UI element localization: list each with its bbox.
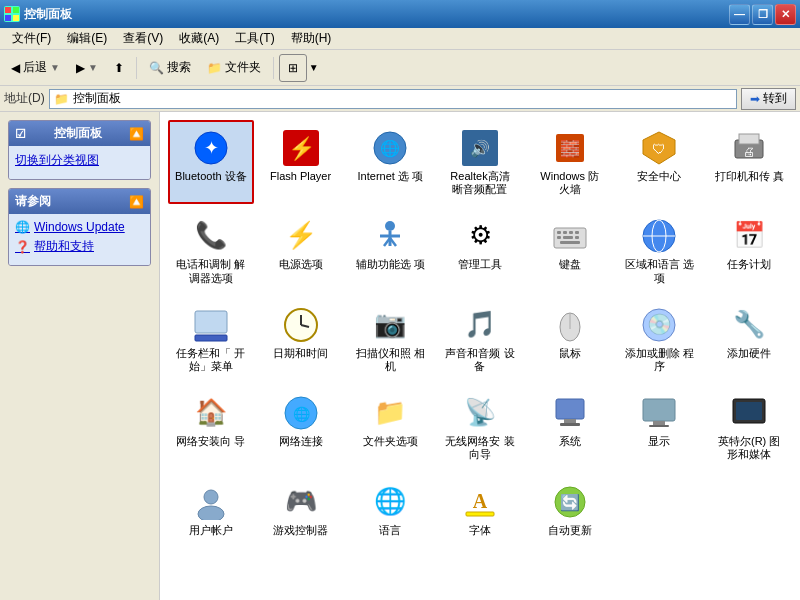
icon-item-keyboard[interactable]: 键盘: [527, 208, 613, 292]
icon-bluetooth: ✦: [191, 128, 231, 168]
search-button[interactable]: 🔍 搜索: [142, 54, 198, 82]
icon-label-folder_options: 文件夹选项: [363, 435, 418, 448]
svg-text:🏠: 🏠: [195, 396, 228, 428]
icon-item-taskbar[interactable]: 任务栏和「 开始」菜单: [168, 297, 254, 381]
svg-text:🎮: 🎮: [285, 485, 318, 517]
switch-view-link[interactable]: 切换到分类视图: [15, 152, 144, 169]
icon-item-flash[interactable]: ⚡Flash Player: [258, 120, 344, 204]
menu-bar: 文件(F) 编辑(E) 查看(V) 收藏(A) 工具(T) 帮助(H): [0, 28, 800, 50]
icon-item-bluetooth[interactable]: ✦Bluetooth 设备: [168, 120, 254, 204]
icon-item-language[interactable]: 🌐语言: [347, 474, 433, 545]
folders-button[interactable]: 📁 文件夹: [200, 54, 268, 82]
icon-fonts: A: [460, 482, 500, 522]
window-icon: [4, 6, 20, 22]
icon-item-realtek[interactable]: 🔊Realtek高清 晰音频配置: [437, 120, 523, 204]
icon-item-datetime[interactable]: 日期和时间: [258, 297, 344, 381]
menu-tools[interactable]: 工具(T): [227, 28, 282, 49]
icon-label-autoupdate: 自动更新: [548, 524, 592, 537]
view-dropdown-icon[interactable]: ▼: [309, 62, 319, 73]
svg-text:📅: 📅: [733, 219, 766, 251]
icon-item-accessibility[interactable]: 辅助功能选 项: [347, 208, 433, 292]
icon-item-user[interactable]: 用户帐户: [168, 474, 254, 545]
icon-item-addhw[interactable]: 🔧添加硬件: [706, 297, 792, 381]
menu-file[interactable]: 文件(F): [4, 28, 59, 49]
icon-item-network_wizard[interactable]: 🏠网络安装向 导: [168, 385, 254, 469]
svg-rect-59: [560, 423, 580, 426]
icon-item-internet[interactable]: 🌐Internet 选 项: [347, 120, 433, 204]
restore-button[interactable]: ❐: [752, 4, 773, 25]
icon-item-admin[interactable]: ⚙管理工具: [437, 208, 523, 292]
icon-item-wireless[interactable]: 📡无线网络安 装向导: [437, 385, 523, 469]
help-support-link[interactable]: ❓ 帮助和支持: [15, 238, 144, 255]
icon-printer: 🖨: [729, 128, 769, 168]
svg-rect-31: [575, 231, 579, 234]
icon-addremove: 💿: [639, 305, 679, 345]
icon-label-datetime: 日期和时间: [273, 347, 328, 360]
icon-regional: [639, 216, 679, 256]
svg-rect-41: [195, 335, 227, 341]
icon-item-system[interactable]: 系统: [527, 385, 613, 469]
icon-item-addremove[interactable]: 💿添加或删除 程序: [617, 297, 703, 381]
icon-security: 🛡: [639, 128, 679, 168]
icon-item-mouse[interactable]: 鼠标: [527, 297, 613, 381]
svg-rect-64: [736, 402, 762, 420]
menu-favorites[interactable]: 收藏(A): [171, 28, 227, 49]
icon-label-scanner: 扫描仪和照 相机: [354, 347, 426, 373]
menu-edit[interactable]: 编辑(E): [59, 28, 115, 49]
svg-rect-60: [643, 399, 675, 421]
icon-item-autoupdate[interactable]: 🔄自动更新: [527, 474, 613, 545]
icon-label-regional: 区域和语言 选项: [623, 258, 695, 284]
icon-item-scanner[interactable]: 📷扫描仪和照 相机: [347, 297, 433, 381]
go-label: 转到: [763, 90, 787, 107]
icon-system: [550, 393, 590, 433]
icon-item-game[interactable]: 🎮游戏控制器: [258, 474, 344, 545]
icon-item-security[interactable]: 🛡安全中心: [617, 120, 703, 204]
sidebar-see-also-section: 请参阅 🔼 🌐 Windows Update ❓ 帮助和支持: [8, 188, 151, 266]
svg-rect-61: [653, 421, 665, 425]
icon-item-fonts[interactable]: A字体: [437, 474, 523, 545]
menu-view[interactable]: 查看(V): [115, 28, 171, 49]
menu-help[interactable]: 帮助(H): [283, 28, 340, 49]
icon-item-tasks[interactable]: 📅任务计划: [706, 208, 792, 292]
svg-rect-69: [466, 512, 494, 516]
icon-label-sound: 声音和音频 设备: [444, 347, 516, 373]
svg-rect-29: [563, 231, 567, 234]
forward-button[interactable]: ▶ ▼: [69, 54, 105, 82]
back-dropdown-icon[interactable]: ▼: [50, 62, 60, 73]
icon-item-firewall[interactable]: 🧱Windows 防 火墙: [527, 120, 613, 204]
icon-item-display[interactable]: 显示: [617, 385, 703, 469]
icon-item-regional[interactable]: 区域和语言 选项: [617, 208, 703, 292]
icon-label-keyboard: 键盘: [559, 258, 581, 271]
icon-label-language: 语言: [379, 524, 401, 537]
sidebar-control-panel-header[interactable]: ☑ 控制面板 🔼: [9, 121, 150, 146]
sidebar-see-also-header[interactable]: 请参阅 🔼: [9, 189, 150, 214]
icon-intel: [729, 393, 769, 433]
minimize-button[interactable]: —: [729, 4, 750, 25]
icon-scanner: 📷: [370, 305, 410, 345]
icon-label-game: 游戏控制器: [273, 524, 328, 537]
svg-rect-1: [13, 7, 19, 13]
icon-item-power[interactable]: ⚡电源选项: [258, 208, 344, 292]
icon-accessibility: [370, 216, 410, 256]
icon-label-accessibility: 辅助功能选 项: [356, 258, 425, 271]
svg-rect-34: [575, 236, 579, 239]
address-input[interactable]: 📁 控制面板: [49, 89, 737, 109]
icon-label-taskbar: 任务栏和「 开始」菜单: [175, 347, 247, 373]
forward-dropdown-icon[interactable]: ▼: [88, 62, 98, 73]
go-button[interactable]: ➡ 转到: [741, 88, 796, 110]
windows-update-link[interactable]: 🌐 Windows Update: [15, 220, 144, 234]
icon-item-phone[interactable]: 📞电话和调制 解调器选项: [168, 208, 254, 292]
icon-keyboard: [550, 216, 590, 256]
back-button[interactable]: ◀ 后退 ▼: [4, 54, 67, 82]
icon-item-intel[interactable]: 英特尔(R) 图形和媒体: [706, 385, 792, 469]
icon-item-network[interactable]: 🌐网络连接: [258, 385, 344, 469]
close-button[interactable]: ✕: [775, 4, 796, 25]
icon-item-printer[interactable]: 🖨打印机和传 真: [706, 120, 792, 204]
icon-item-folder_options[interactable]: 📁文件夹选项: [347, 385, 433, 469]
icon-taskbar: [191, 305, 231, 345]
svg-text:🔧: 🔧: [733, 308, 766, 340]
view-toggle-button[interactable]: ⊞: [279, 54, 307, 82]
sidebar-control-panel-title: 控制面板: [54, 125, 102, 142]
icon-item-sound[interactable]: 🎵声音和音频 设备: [437, 297, 523, 381]
up-button[interactable]: ⬆: [107, 54, 131, 82]
